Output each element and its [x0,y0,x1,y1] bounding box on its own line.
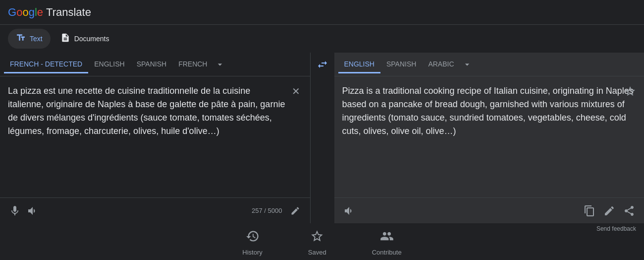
target-text-content: Pizza is a traditional cooking recipe of… [342,84,637,138]
swap-container [311,53,334,223]
source-lang-english[interactable]: ENGLISH [88,56,130,73]
translate-container: FRENCH - DETECTED ENGLISH SPANISH FRENCH… [0,53,644,223]
send-feedback-link[interactable]: Send feedback [596,225,636,232]
tab-documents-label: Documents [74,35,109,43]
text-icon [16,33,26,45]
source-text-area: La pizza est une recette de cuisine trad… [0,76,310,197]
source-lang-french[interactable]: FRENCH [172,56,213,73]
tab-documents[interactable]: Documents [53,29,117,49]
target-lang-arabic[interactable]: ARABIC [422,56,460,73]
target-panel: ENGLISH SPANISH ARABIC Pizza is a tradit… [334,53,644,223]
share-translation-button[interactable] [620,202,638,220]
source-edit-button[interactable] [286,202,304,220]
clear-source-button[interactable]: ✕ [288,83,304,99]
source-lang-selector: FRENCH - DETECTED ENGLISH SPANISH FRENCH [0,53,310,76]
source-lang-spanish[interactable]: SPANISH [131,56,172,73]
footer-item-saved[interactable]: Saved [300,227,334,258]
edit-translation-button[interactable] [600,202,618,220]
footer-nav: History Saved Contribute [234,227,409,258]
target-action-icons [581,202,638,220]
footer-contribute-label: Contribute [372,249,402,256]
target-lang-selector: ENGLISH SPANISH ARABIC [334,53,644,76]
header: Google Translate [0,0,644,25]
logo: Google Translate [8,6,91,19]
char-count: 257 / 5000 [252,207,282,214]
copy-translation-button[interactable] [581,202,598,220]
saved-icon [310,229,324,247]
footer-history-label: History [242,249,262,256]
history-icon [246,229,260,247]
swap-languages-button[interactable] [311,55,334,74]
footer-saved-label: Saved [308,249,326,256]
logo-translate-text: Translate [46,6,91,19]
tab-text[interactable]: Text [8,29,51,49]
mode-tabs: Text Documents [0,25,644,53]
source-mic-button[interactable] [6,202,24,220]
source-bottom-bar: 257 / 5000 [0,197,310,223]
contribute-icon [380,229,394,247]
target-text-area: Pizza is a traditional cooking recipe of… [334,76,644,197]
target-bottom-bar [334,197,644,223]
footer: History Saved Contribute Send feedback [0,223,644,260]
footer-item-contribute[interactable]: Contribute [364,227,410,258]
documents-icon [60,33,70,45]
tab-text-label: Text [30,35,43,43]
source-panel: FRENCH - DETECTED ENGLISH SPANISH FRENCH… [0,53,311,223]
logo-google-text: Google [8,6,43,19]
footer-item-history[interactable]: History [234,227,270,258]
target-speaker-button[interactable] [340,202,358,220]
source-lang-french-detected[interactable]: FRENCH - DETECTED [4,56,88,73]
target-lang-spanish[interactable]: SPANISH [380,56,422,73]
source-text-input[interactable]: La pizza est une recette de cuisine trad… [8,84,286,190]
source-lang-more-button[interactable] [213,56,227,73]
source-speaker-button[interactable] [24,202,42,220]
target-lang-more-button[interactable] [460,56,474,73]
target-lang-english[interactable]: ENGLISH [338,56,380,73]
save-translation-button[interactable] [622,83,638,99]
